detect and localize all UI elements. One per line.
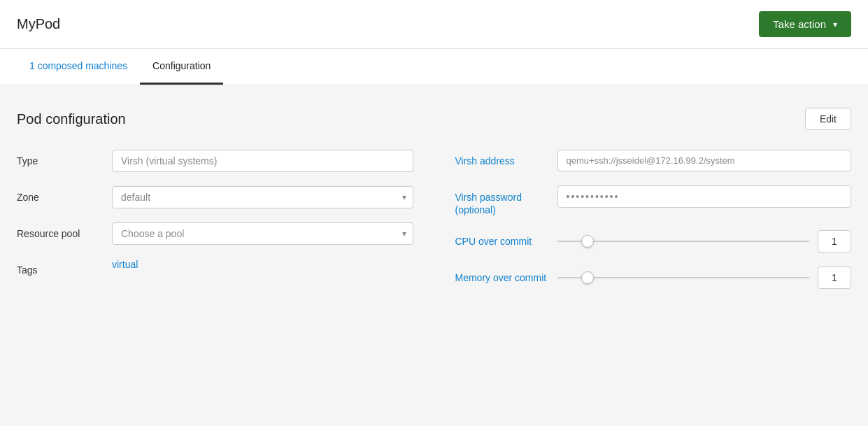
section-title: Pod configuration <box>17 111 126 127</box>
cpu-over-commit-slider[interactable] <box>557 241 810 242</box>
zone-label: Zone <box>17 186 101 203</box>
tabs: 1 composed machines Configuration <box>0 49 868 85</box>
virsh-address-input[interactable] <box>557 150 852 171</box>
cpu-slider-row: 1 <box>557 230 852 253</box>
take-action-button[interactable]: Take action ▾ <box>759 11 851 37</box>
tags-field-value: virtual <box>112 259 413 270</box>
memory-slider-container: 1 <box>557 267 851 289</box>
memory-slider-value: 1 <box>818 267 851 289</box>
virsh-password-value <box>557 185 852 208</box>
zone-field-row: Zone default ▾ <box>17 186 413 208</box>
page-title: MyPod <box>17 16 60 32</box>
zone-field-value: default ▾ <box>112 186 413 208</box>
tags-label: Tags <box>17 259 101 276</box>
type-input <box>112 150 413 172</box>
tab-configuration[interactable]: Configuration <box>140 49 223 85</box>
resource-pool-label: Resource pool <box>17 222 101 239</box>
memory-slider-track <box>557 277 809 278</box>
cpu-slider-value: 1 <box>818 230 851 253</box>
resource-pool-select[interactable]: Choose a pool <box>112 222 413 245</box>
virsh-password-label: Virsh password (optional) <box>455 191 546 216</box>
section-header: Pod configuration Edit <box>17 108 851 130</box>
config-grid: Type Zone default ▾ Resource pool <box>17 150 851 289</box>
type-field-row: Type <box>17 150 413 172</box>
memory-over-commit-label: Memory over commit <box>455 271 547 284</box>
cpu-over-commit-label: CPU over commit <box>455 235 546 248</box>
virsh-address-label: Virsh address <box>455 150 546 166</box>
virsh-address-value <box>557 150 852 171</box>
resource-pool-field-value: Choose a pool ▾ <box>112 222 413 245</box>
tags-field-row: Tags virtual <box>17 259 413 276</box>
resource-pool-select-wrapper[interactable]: Choose a pool ▾ <box>112 222 413 245</box>
config-left: Type Zone default ▾ Resource pool <box>17 150 413 289</box>
header: MyPod Take action ▾ <box>0 0 868 49</box>
cpu-slider-container: 1 <box>557 230 852 253</box>
type-field-value <box>112 150 413 172</box>
virsh-password-label-group: Virsh password (optional) <box>455 185 546 216</box>
resource-pool-field-row: Resource pool Choose a pool ▾ <box>17 222 413 245</box>
tab-composed-machines[interactable]: 1 composed machines <box>17 49 140 85</box>
config-right: Virsh address Virsh password (optional) <box>455 150 852 289</box>
content-area: Pod configuration Edit Type Zone default <box>0 85 868 420</box>
cpu-slider-track <box>557 241 810 242</box>
edit-button[interactable]: Edit <box>805 108 851 130</box>
virsh-password-input[interactable] <box>557 185 852 208</box>
zone-select[interactable]: default <box>112 186 413 208</box>
tags-value: virtual <box>112 253 138 270</box>
type-label: Type <box>17 150 101 166</box>
memory-over-commit-row: Memory over commit 1 <box>455 267 852 289</box>
memory-slider-row: 1 <box>557 267 851 289</box>
zone-select-wrapper[interactable]: default ▾ <box>112 186 413 208</box>
virsh-password-row: Virsh password (optional) <box>455 185 852 216</box>
chevron-down-icon: ▾ <box>833 20 837 29</box>
take-action-label: Take action <box>773 18 826 30</box>
memory-over-commit-slider[interactable] <box>557 277 809 278</box>
virsh-address-row: Virsh address <box>455 150 852 171</box>
cpu-over-commit-row: CPU over commit 1 <box>455 230 852 253</box>
